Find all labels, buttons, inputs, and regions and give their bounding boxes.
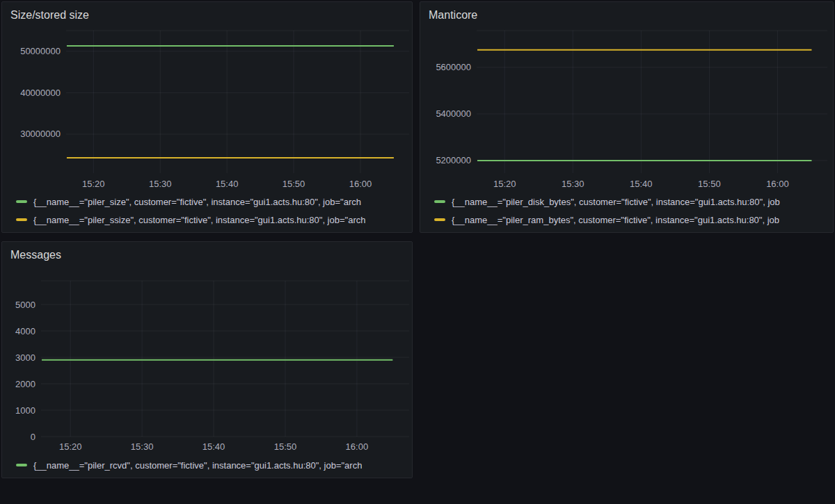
y-tick-label: 2000 (15, 379, 35, 389)
time-series-plot[interactable]: 52000005400000560000015:2015:3015:4015:5… (420, 27, 833, 191)
x-tick-label: 15:50 (283, 179, 305, 189)
panel-manticore: Manticore 52000005400000560000015:2015:3… (420, 1, 834, 233)
grid (41, 281, 409, 437)
legend-label: {__name__="piler_ssize", customer="ficti… (33, 215, 365, 225)
x-tick-label: 16:00 (349, 179, 372, 189)
panel-size-stored-size: Size/stored size 30000000400000005000000… (1, 1, 413, 233)
x-tick-label: 15:40 (202, 441, 225, 452)
legend: {__name__="piler_disk_bytes", customer="… (420, 191, 833, 232)
y-tick-label: 5400000 (436, 108, 471, 119)
x-tick-label: 15:30 (562, 179, 584, 189)
time-series-plot[interactable]: 30000000400000005000000015:2015:3015:401… (2, 27, 412, 191)
legend: {__name__="piler_size", customer="fictiv… (2, 191, 412, 232)
x-tick-label: 15:30 (131, 441, 154, 452)
chart-canvas: 30000000400000005000000015:2015:3015:401… (2, 27, 412, 191)
panel-title[interactable]: Size/stored size (10, 8, 89, 23)
panel-title[interactable]: Messages (10, 247, 61, 263)
x-tick-label: 15:30 (149, 179, 172, 189)
y-tick-label: 4000 (15, 326, 35, 336)
panel-title[interactable]: Manticore (429, 8, 477, 23)
x-tick-label: 15:20 (493, 179, 516, 189)
y-tick-label: 5600000 (436, 62, 471, 72)
y-tick-label: 50000000 (20, 46, 61, 56)
x-tick-label: 16:00 (766, 179, 789, 189)
x-tick-label: 15:40 (630, 179, 653, 189)
grid (477, 31, 827, 173)
series-color-swatch (434, 200, 445, 203)
grid (66, 31, 409, 173)
legend-item[interactable]: {__name__="piler_rcvd", customer="fictiv… (16, 456, 406, 474)
legend-label: {__name__="piler_rcvd", customer="fictiv… (33, 460, 362, 471)
x-tick-label: 15:50 (274, 441, 297, 452)
legend-item[interactable]: {__name__="piler_ssize", customer="ficti… (16, 211, 406, 229)
y-tick-label: 40000000 (20, 88, 61, 98)
legend-item[interactable]: {__name__="piler_size", customer="fictiv… (16, 193, 406, 211)
series-color-swatch (16, 464, 27, 466)
y-tick-label: 5200000 (436, 155, 471, 165)
legend-item[interactable]: {__name__="piler_ram_bytes", customer="f… (434, 211, 827, 229)
time-series-plot[interactable]: 01000200030004000500015:2015:3015:4015:5… (2, 267, 412, 455)
panel-header: Manticore (420, 2, 833, 27)
y-tick-label: 30000000 (20, 129, 61, 139)
panel-header: Messages (2, 242, 412, 267)
y-tick-label: 5000 (15, 300, 35, 310)
legend-label: {__name__="piler_size", customer="fictiv… (33, 197, 361, 207)
series-color-swatch (434, 218, 445, 221)
panel-header: Size/stored size (2, 2, 412, 27)
series-color-swatch (16, 200, 27, 203)
legend-label: {__name__="piler_ram_bytes", customer="f… (452, 215, 779, 225)
legend-label: {__name__="piler_disk_bytes", customer="… (452, 197, 780, 207)
panel-messages: Messages 01000200030004000500015:2015:30… (1, 241, 413, 478)
y-tick-label: 0 (31, 432, 35, 442)
x-tick-label: 15:20 (59, 441, 82, 452)
x-tick-label: 15:50 (698, 179, 721, 189)
chart-canvas: 01000200030004000500015:2015:3015:4015:5… (2, 267, 412, 455)
x-tick-label: 15:40 (216, 179, 239, 189)
legend-item[interactable]: {__name__="piler_disk_bytes", customer="… (434, 193, 827, 211)
legend: {__name__="piler_rcvd", customer="fictiv… (2, 455, 412, 478)
chart-canvas: 52000005400000560000015:2015:3015:4015:5… (420, 27, 833, 191)
y-tick-label: 3000 (15, 352, 35, 363)
x-tick-label: 15:20 (82, 179, 105, 189)
y-tick-label: 1000 (15, 405, 35, 416)
series-color-swatch (16, 218, 27, 221)
x-tick-label: 16:00 (346, 441, 369, 452)
